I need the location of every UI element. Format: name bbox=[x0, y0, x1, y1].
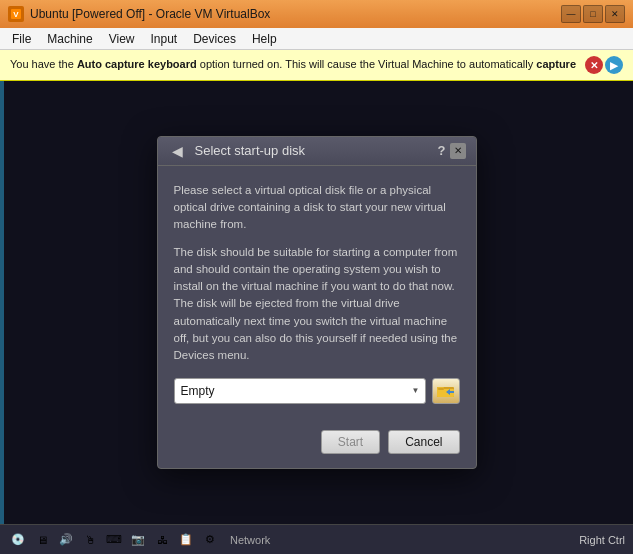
dialog-footer: Start Cancel bbox=[158, 430, 476, 468]
svg-text:V: V bbox=[13, 10, 19, 19]
browse-disk-button[interactable] bbox=[432, 378, 460, 404]
vm-content-area: ◀ Select start-up disk ? ✕ Please select… bbox=[0, 81, 633, 524]
status-icon-network[interactable]: 🖧 bbox=[152, 530, 172, 550]
status-icon-keyboard[interactable]: ⌨ bbox=[104, 530, 124, 550]
notif-bold-1: Auto capture keyboard bbox=[77, 58, 197, 70]
dialog-titlebar: ◀ Select start-up disk ? ✕ bbox=[158, 137, 476, 166]
dialog-overlay: ◀ Select start-up disk ? ✕ Please select… bbox=[0, 81, 633, 524]
status-icons: 💿 🖥 🔊 🖱 ⌨ 📷 🖧 📋 ⚙ Network bbox=[8, 530, 270, 550]
status-icon-audio[interactable]: 🔊 bbox=[56, 530, 76, 550]
window-title: Ubuntu [Powered Off] - Oracle VM Virtual… bbox=[30, 7, 555, 21]
status-icon-optical[interactable]: 💿 bbox=[8, 530, 28, 550]
status-icon-camera[interactable]: 📷 bbox=[128, 530, 148, 550]
minimize-button[interactable]: — bbox=[561, 5, 581, 23]
dialog-back-button[interactable]: ◀ bbox=[168, 143, 187, 159]
menu-machine[interactable]: Machine bbox=[39, 30, 100, 48]
notification-actions: ✕ ▶ bbox=[585, 56, 623, 74]
start-button[interactable]: Start bbox=[321, 430, 380, 454]
status-icon-mouse[interactable]: 🖱 bbox=[80, 530, 100, 550]
folder-open-icon bbox=[437, 384, 455, 398]
notification-info-button[interactable]: ▶ bbox=[605, 56, 623, 74]
dialog-body: Please select a virtual optical disk fil… bbox=[158, 166, 476, 431]
dialog-para-2: The disk should be suitable for starting… bbox=[174, 244, 460, 365]
notif-bold-2: capture bbox=[536, 58, 576, 70]
right-ctrl-label: Right Ctrl bbox=[579, 534, 625, 546]
main-window: V Ubuntu [Powered Off] - Oracle VM Virtu… bbox=[0, 0, 633, 554]
menu-file[interactable]: File bbox=[4, 30, 39, 48]
disk-dropdown[interactable]: Empty bbox=[174, 378, 426, 404]
dialog-title-left: ◀ Select start-up disk bbox=[168, 143, 306, 159]
app-icon: V bbox=[8, 6, 24, 22]
dialog-title: Select start-up disk bbox=[195, 143, 306, 158]
menu-devices[interactable]: Devices bbox=[185, 30, 244, 48]
close-button[interactable]: ✕ bbox=[605, 5, 625, 23]
window-controls: — □ ✕ bbox=[561, 5, 625, 23]
svg-rect-5 bbox=[438, 388, 444, 390]
disk-selection-row: Empty ▼ bbox=[174, 378, 460, 404]
menu-bar: File Machine View Input Devices Help bbox=[0, 28, 633, 50]
status-icon-display[interactable]: 🖥 bbox=[32, 530, 52, 550]
menu-help[interactable]: Help bbox=[244, 30, 285, 48]
notif-text-middle: option turned on. This will cause the Vi… bbox=[200, 58, 537, 70]
menu-input[interactable]: Input bbox=[143, 30, 186, 48]
dialog-help-button[interactable]: ? bbox=[438, 143, 446, 158]
title-bar: V Ubuntu [Powered Off] - Oracle VM Virtu… bbox=[0, 0, 633, 28]
dialog-para-1: Please select a virtual optical disk fil… bbox=[174, 182, 460, 234]
dialog-close-button[interactable]: ✕ bbox=[450, 143, 466, 159]
notification-text: You have the Auto capture keyboard optio… bbox=[10, 57, 579, 72]
maximize-button[interactable]: □ bbox=[583, 5, 603, 23]
notif-text-before: You have the bbox=[10, 58, 77, 70]
select-startup-disk-dialog: ◀ Select start-up disk ? ✕ Please select… bbox=[157, 136, 477, 470]
dialog-title-right: ? ✕ bbox=[438, 143, 466, 159]
network-label: Network bbox=[230, 534, 270, 546]
notification-close-button[interactable]: ✕ bbox=[585, 56, 603, 74]
notification-bar: You have the Auto capture keyboard optio… bbox=[0, 50, 633, 81]
disk-dropdown-wrapper: Empty ▼ bbox=[174, 378, 426, 404]
status-icon-settings[interactable]: ⚙ bbox=[200, 530, 220, 550]
cancel-button[interactable]: Cancel bbox=[388, 430, 459, 454]
status-icon-clipboard[interactable]: 📋 bbox=[176, 530, 196, 550]
menu-view[interactable]: View bbox=[101, 30, 143, 48]
status-bar: 💿 🖥 🔊 🖱 ⌨ 📷 🖧 📋 ⚙ Network Right Ctrl bbox=[0, 524, 633, 554]
